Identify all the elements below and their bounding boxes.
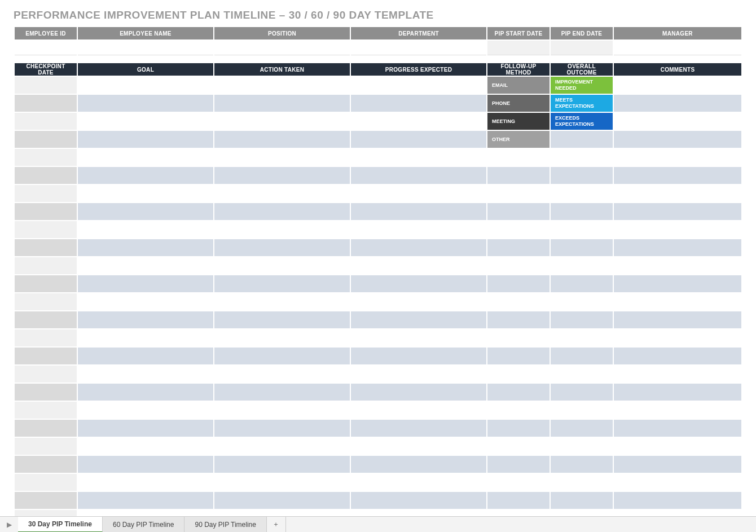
followup-option-phone[interactable]: PHONE [487,95,550,112]
cell-progress[interactable] [351,257,486,274]
cell-comments[interactable] [614,203,741,220]
cell-progress[interactable] [351,185,486,202]
cell-checkpoint-date[interactable] [15,113,77,130]
cell-checkpoint-date[interactable] [15,402,77,419]
cell-checkpoint-date[interactable] [15,293,77,310]
cell-outcome[interactable] [551,456,613,473]
cell-outcome[interactable] [551,402,613,419]
cell-followup[interactable] [487,311,550,328]
cell-goal[interactable] [78,402,213,419]
cell-pip-start[interactable] [487,41,550,55]
cell-goal[interactable] [78,366,213,382]
cell-action[interactable] [214,456,350,473]
cell-checkpoint-date[interactable] [15,239,77,256]
cell-progress[interactable] [351,329,486,346]
cell-checkpoint-date[interactable] [15,474,77,491]
cell-checkpoint-date[interactable] [15,384,77,401]
cell-checkpoint-date[interactable] [15,366,77,382]
outcome-option-exceeds[interactable]: EXCEEDS EXPECTATIONS [551,113,613,130]
cell-comments[interactable] [614,329,741,346]
cell-progress[interactable] [351,348,486,364]
cell-checkpoint-date[interactable] [15,438,77,455]
cell-followup[interactable] [487,293,550,310]
cell-comments[interactable] [614,438,741,455]
cell-goal[interactable] [78,438,213,455]
cell-outcome[interactable] [551,257,613,274]
cell-outcome[interactable] [551,366,613,382]
cell-followup[interactable] [487,239,550,256]
cell-checkpoint-date[interactable] [15,492,77,509]
cell-progress[interactable] [351,275,486,292]
cell-action[interactable] [214,420,350,437]
cell-progress[interactable] [351,456,486,473]
cell-comments[interactable] [614,95,741,112]
cell-action[interactable] [214,366,350,382]
cell-action[interactable] [214,348,350,364]
cell-checkpoint-date[interactable] [15,149,77,166]
cell-goal[interactable] [78,221,213,238]
cell-outcome[interactable] [551,185,613,202]
cell-outcome[interactable] [551,474,613,491]
cell-goal[interactable] [78,293,213,310]
cell-outcome[interactable] [551,311,613,328]
cell-followup[interactable] [487,438,550,455]
cell-checkpoint-date[interactable] [15,275,77,292]
cell-outcome[interactable] [551,221,613,238]
cell-goal[interactable] [78,348,213,364]
sheet-scroll-right-icon[interactable]: ▶ [0,517,18,532]
followup-option-meeting[interactable]: MEETING [487,113,550,130]
cell-comments[interactable] [614,402,741,419]
cell-progress[interactable] [351,420,486,437]
cell-goal[interactable] [78,492,213,509]
cell-followup[interactable] [487,203,550,220]
cell-action[interactable] [214,239,350,256]
cell-comments[interactable] [614,185,741,202]
cell-action[interactable] [214,113,350,130]
cell-goal[interactable] [78,275,213,292]
cell-followup[interactable] [487,348,550,364]
cell-comments[interactable] [614,113,741,130]
cell-comments[interactable] [614,384,741,401]
cell-checkpoint-date[interactable] [15,95,77,112]
cell-followup[interactable] [487,402,550,419]
cell-action[interactable] [214,438,350,455]
cell-comments[interactable] [614,167,741,184]
cell-employee-name[interactable] [78,41,213,55]
cell-goal[interactable] [78,203,213,220]
cell-followup[interactable] [487,329,550,346]
cell-comments[interactable] [614,366,741,382]
cell-manager[interactable] [614,41,741,55]
cell-comments[interactable] [614,348,741,364]
cell-action[interactable] [214,384,350,401]
cell-goal[interactable] [78,329,213,346]
cell-position[interactable] [214,41,350,55]
cell-followup[interactable] [487,366,550,382]
cell-progress[interactable] [351,113,486,130]
cell-goal[interactable] [78,149,213,166]
tab-30-day[interactable]: 30 Day PIP Timeline [18,517,103,532]
cell-progress[interactable] [351,402,486,419]
cell-goal[interactable] [78,131,213,148]
cell-outcome[interactable] [551,384,613,401]
cell-progress[interactable] [351,149,486,166]
cell-followup[interactable] [487,420,550,437]
cell-outcome[interactable] [551,348,613,364]
cell-progress[interactable] [351,311,486,328]
cell-action[interactable] [214,203,350,220]
cell-goal[interactable] [78,239,213,256]
cell-progress[interactable] [351,438,486,455]
cell-progress[interactable] [351,239,486,256]
cell-action[interactable] [214,131,350,148]
cell-action[interactable] [214,77,350,94]
cell-goal[interactable] [78,113,213,130]
cell-action[interactable] [214,402,350,419]
cell-followup[interactable] [487,257,550,274]
outcome-option-improvement[interactable]: IMPROVEMENT NEEDED [551,77,613,94]
cell-followup[interactable] [487,275,550,292]
cell-checkpoint-date[interactable] [15,167,77,184]
cell-goal[interactable] [78,95,213,112]
cell-checkpoint-date[interactable] [15,131,77,148]
cell-goal[interactable] [78,167,213,184]
cell-comments[interactable] [614,77,741,94]
cell-employee-id[interactable] [15,41,77,55]
